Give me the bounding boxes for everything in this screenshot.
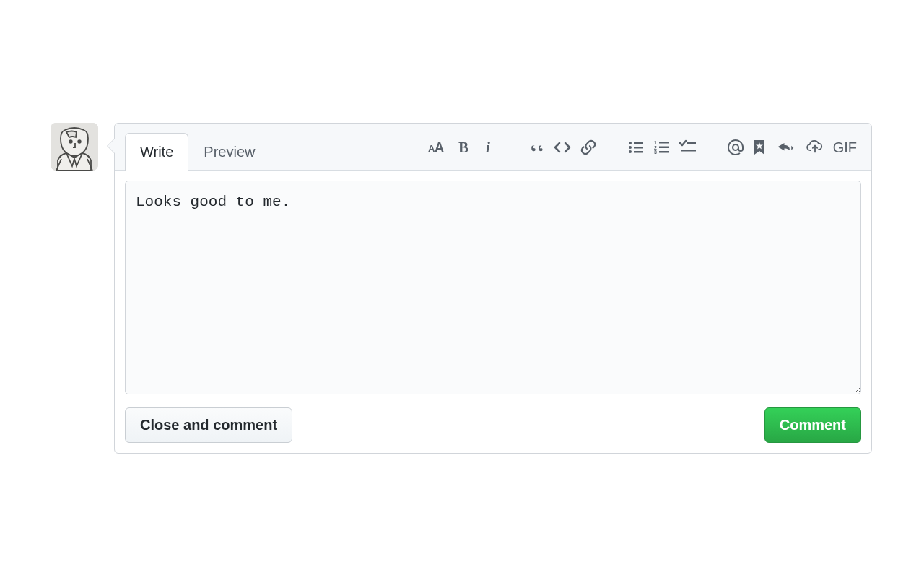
link-icon[interactable]	[579, 138, 598, 157]
svg-rect-10	[634, 147, 643, 149]
gif-button[interactable]: GIF	[833, 139, 857, 156]
mention-icon[interactable]	[726, 138, 745, 157]
heading-icon[interactable]: AA	[427, 138, 446, 157]
ordered-list-icon[interactable]: 123	[653, 138, 671, 157]
comment-form: Write Preview AA B i	[114, 123, 872, 454]
svg-text:i: i	[486, 139, 490, 156]
svg-text:A: A	[435, 140, 444, 155]
reference-icon[interactable]	[752, 138, 767, 157]
tab-preview[interactable]: Preview	[188, 133, 270, 171]
svg-rect-16	[659, 147, 669, 149]
svg-point-21	[733, 144, 738, 150]
reply-icon[interactable]	[774, 138, 797, 157]
quote-icon[interactable]	[527, 138, 546, 157]
comment-header: Write Preview AA B i	[115, 124, 871, 171]
close-and-comment-button[interactable]: Close and comment	[125, 407, 292, 443]
svg-point-7	[629, 142, 632, 144]
comment-textarea[interactable]	[125, 181, 861, 394]
comment-button[interactable]: Comment	[764, 407, 861, 443]
svg-rect-20	[681, 150, 696, 152]
svg-rect-8	[634, 142, 643, 144]
italic-icon[interactable]: i	[479, 138, 498, 157]
svg-rect-12	[634, 151, 643, 153]
svg-rect-18	[659, 151, 669, 153]
svg-point-2	[78, 140, 81, 143]
upload-icon[interactable]	[804, 138, 826, 157]
unordered-list-icon[interactable]	[627, 138, 645, 157]
tab-write[interactable]: Write	[125, 133, 188, 171]
svg-point-9	[629, 146, 632, 149]
svg-rect-19	[687, 142, 696, 144]
comment-body	[115, 171, 871, 407]
task-list-icon[interactable]	[679, 138, 697, 157]
tabs: Write Preview	[125, 132, 270, 170]
svg-rect-14	[659, 142, 669, 144]
bold-icon[interactable]: B	[453, 138, 472, 157]
svg-marker-23	[791, 146, 793, 150]
svg-point-11	[629, 150, 632, 153]
comment-footer: Close and comment Comment	[115, 407, 871, 453]
svg-point-1	[69, 140, 72, 143]
svg-text:B: B	[458, 139, 468, 156]
svg-text:3: 3	[654, 150, 657, 155]
code-icon[interactable]	[553, 138, 572, 157]
avatar[interactable]	[51, 123, 98, 171]
toolbar: AA B i	[427, 138, 861, 164]
